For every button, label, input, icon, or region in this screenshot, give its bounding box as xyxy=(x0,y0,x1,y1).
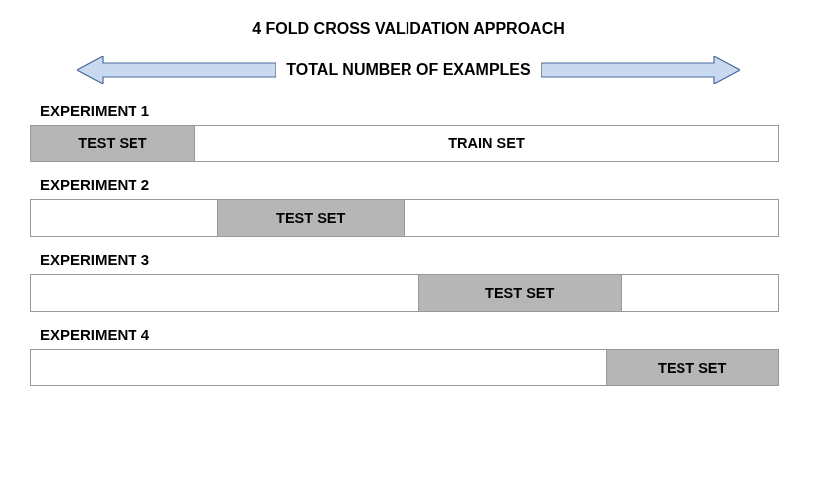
subtitle-text: TOTAL NUMBER OF EXAMPLES xyxy=(286,61,530,79)
segment-train: TRAIN SET xyxy=(195,126,778,161)
experiment-bar: TEST SET xyxy=(30,349,779,386)
experiment-label: EXPERIMENT 2 xyxy=(40,176,787,193)
diagram-title: 4 FOLD CROSS VALIDATION APPROACH xyxy=(30,20,787,38)
experiment-bar: TEST SET TRAIN SET xyxy=(30,125,779,162)
segment-empty xyxy=(31,275,419,311)
experiment-label: EXPERIMENT 4 xyxy=(40,326,787,343)
experiment-label: EXPERIMENT 1 xyxy=(40,102,787,119)
experiment-bar: TEST SET xyxy=(30,274,779,312)
svg-marker-0 xyxy=(77,56,276,84)
segment-test: TEST SET xyxy=(218,200,406,236)
arrow-right-icon xyxy=(541,56,740,84)
segment-empty xyxy=(622,275,779,311)
subtitle-arrow-row: TOTAL NUMBER OF EXAMPLES xyxy=(30,56,787,84)
experiment-label: EXPERIMENT 3 xyxy=(40,251,787,268)
segment-empty xyxy=(31,350,607,385)
segment-test: TEST SET xyxy=(419,275,622,311)
segment-test: TEST SET xyxy=(607,350,779,385)
arrow-left-icon xyxy=(77,56,276,84)
experiment-bar: TEST SET xyxy=(30,199,779,237)
svg-marker-1 xyxy=(541,56,740,84)
segment-empty xyxy=(31,200,218,236)
segment-empty xyxy=(405,200,778,236)
segment-test: TEST SET xyxy=(31,126,195,161)
